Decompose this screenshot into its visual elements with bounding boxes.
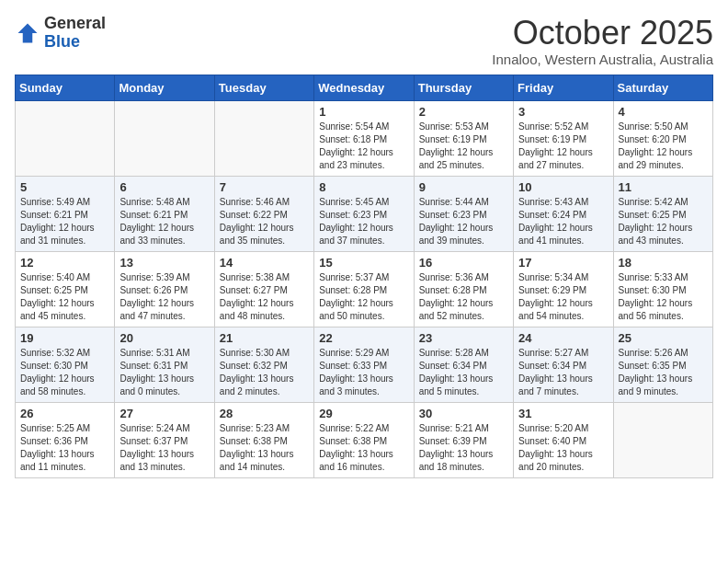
day-cell: 15Sunrise: 5:37 AM Sunset: 6:28 PM Dayli… [314,251,414,327]
calendar-title: October 2025 [492,15,713,52]
day-number: 4 [619,105,708,119]
day-info: Sunrise: 5:28 AM Sunset: 6:34 PM Dayligh… [419,347,508,398]
day-info: Sunrise: 5:49 AM Sunset: 6:21 PM Dayligh… [20,196,109,247]
svg-marker-0 [18,23,38,42]
day-info: Sunrise: 5:44 AM Sunset: 6:23 PM Dayligh… [419,196,508,247]
day-number: 24 [518,331,608,345]
day-number: 21 [220,331,309,345]
day-cell: 14Sunrise: 5:38 AM Sunset: 6:27 PM Dayli… [214,251,313,327]
day-cell: 1Sunrise: 5:54 AM Sunset: 6:18 PM Daylig… [314,100,414,176]
page-header: General Blue October 2025 Innaloo, Weste… [15,15,713,67]
week-row-3: 12Sunrise: 5:40 AM Sunset: 6:25 PM Dayli… [16,251,713,327]
day-number: 26 [20,407,109,420]
day-number: 2 [419,105,508,119]
day-info: Sunrise: 5:25 AM Sunset: 6:36 PM Dayligh… [20,422,109,474]
day-info: Sunrise: 5:54 AM Sunset: 6:18 PM Dayligh… [319,121,408,172]
day-cell: 19Sunrise: 5:32 AM Sunset: 6:30 PM Dayli… [16,327,115,402]
weekday-header-friday: Friday [514,75,613,100]
day-number: 13 [119,256,209,270]
day-info: Sunrise: 5:53 AM Sunset: 6:19 PM Dayligh… [419,121,508,172]
weekday-header-row: SundayMondayTuesdayWednesdayThursdayFrid… [16,75,713,100]
day-info: Sunrise: 5:38 AM Sunset: 6:27 PM Dayligh… [220,271,309,323]
day-cell [115,100,214,176]
day-number: 9 [419,180,508,194]
day-info: Sunrise: 5:50 AM Sunset: 6:20 PM Dayligh… [619,121,708,172]
day-number: 14 [220,256,309,270]
day-info: Sunrise: 5:24 AM Sunset: 6:37 PM Dayligh… [119,422,209,474]
day-info: Sunrise: 5:40 AM Sunset: 6:25 PM Dayligh… [20,271,109,323]
day-info: Sunrise: 5:45 AM Sunset: 6:23 PM Dayligh… [319,196,408,247]
day-number: 16 [419,256,508,270]
day-cell [214,100,313,176]
weekday-header-sunday: Sunday [16,75,115,100]
weekday-header-thursday: Thursday [414,75,513,100]
logo: General Blue [15,15,106,52]
day-cell: 13Sunrise: 5:39 AM Sunset: 6:26 PM Dayli… [115,251,214,327]
day-number: 7 [220,180,309,194]
day-number: 11 [619,180,708,194]
day-number: 15 [319,256,408,270]
day-info: Sunrise: 5:46 AM Sunset: 6:22 PM Dayligh… [220,196,309,247]
day-cell [16,100,115,176]
logo-blue: Blue [44,32,80,51]
logo-text: General Blue [44,15,106,52]
day-cell: 8Sunrise: 5:45 AM Sunset: 6:23 PM Daylig… [314,176,414,251]
day-cell: 18Sunrise: 5:33 AM Sunset: 6:30 PM Dayli… [613,251,712,327]
logo-icon [15,20,40,46]
day-cell: 25Sunrise: 5:26 AM Sunset: 6:35 PM Dayli… [613,327,712,402]
day-cell: 27Sunrise: 5:24 AM Sunset: 6:37 PM Dayli… [115,402,214,477]
day-info: Sunrise: 5:37 AM Sunset: 6:28 PM Dayligh… [319,271,408,323]
day-cell: 28Sunrise: 5:23 AM Sunset: 6:38 PM Dayli… [214,402,313,477]
day-info: Sunrise: 5:20 AM Sunset: 6:40 PM Dayligh… [518,422,608,474]
day-cell: 21Sunrise: 5:30 AM Sunset: 6:32 PM Dayli… [214,327,313,402]
day-info: Sunrise: 5:39 AM Sunset: 6:26 PM Dayligh… [119,271,209,323]
day-number: 30 [419,407,508,420]
day-number: 1 [319,105,408,119]
day-info: Sunrise: 5:36 AM Sunset: 6:28 PM Dayligh… [419,271,508,323]
day-info: Sunrise: 5:29 AM Sunset: 6:33 PM Dayligh… [319,347,408,398]
day-info: Sunrise: 5:21 AM Sunset: 6:39 PM Dayligh… [419,422,508,474]
calendar-table: SundayMondayTuesdayWednesdayThursdayFrid… [15,75,713,478]
day-info: Sunrise: 5:22 AM Sunset: 6:38 PM Dayligh… [319,422,408,474]
weekday-header-monday: Monday [115,75,214,100]
day-info: Sunrise: 5:27 AM Sunset: 6:34 PM Dayligh… [518,347,608,398]
day-cell: 4Sunrise: 5:50 AM Sunset: 6:20 PM Daylig… [613,100,712,176]
day-cell: 5Sunrise: 5:49 AM Sunset: 6:21 PM Daylig… [16,176,115,251]
day-info: Sunrise: 5:23 AM Sunset: 6:38 PM Dayligh… [220,422,309,474]
day-info: Sunrise: 5:42 AM Sunset: 6:25 PM Dayligh… [619,196,708,247]
day-info: Sunrise: 5:32 AM Sunset: 6:30 PM Dayligh… [20,347,109,398]
day-cell: 11Sunrise: 5:42 AM Sunset: 6:25 PM Dayli… [613,176,712,251]
day-cell: 3Sunrise: 5:52 AM Sunset: 6:19 PM Daylig… [514,100,613,176]
day-cell: 17Sunrise: 5:34 AM Sunset: 6:29 PM Dayli… [514,251,613,327]
day-number: 28 [220,407,309,420]
day-cell: 2Sunrise: 5:53 AM Sunset: 6:19 PM Daylig… [414,100,513,176]
day-info: Sunrise: 5:34 AM Sunset: 6:29 PM Dayligh… [518,271,608,323]
logo-general: General [44,14,106,32]
week-row-1: 1Sunrise: 5:54 AM Sunset: 6:18 PM Daylig… [16,100,713,176]
day-info: Sunrise: 5:30 AM Sunset: 6:32 PM Dayligh… [220,347,309,398]
day-number: 19 [20,331,109,345]
day-cell: 26Sunrise: 5:25 AM Sunset: 6:36 PM Dayli… [16,402,115,477]
day-cell: 6Sunrise: 5:48 AM Sunset: 6:21 PM Daylig… [115,176,214,251]
day-number: 29 [319,407,408,420]
day-cell: 20Sunrise: 5:31 AM Sunset: 6:31 PM Dayli… [115,327,214,402]
day-cell: 10Sunrise: 5:43 AM Sunset: 6:24 PM Dayli… [514,176,613,251]
day-number: 31 [518,407,608,420]
weekday-header-saturday: Saturday [613,75,712,100]
day-number: 18 [619,256,708,270]
day-number: 8 [319,180,408,194]
day-cell: 12Sunrise: 5:40 AM Sunset: 6:25 PM Dayli… [16,251,115,327]
week-row-2: 5Sunrise: 5:49 AM Sunset: 6:21 PM Daylig… [16,176,713,251]
calendar-subtitle: Innaloo, Western Australia, Australia [492,52,713,67]
day-cell: 23Sunrise: 5:28 AM Sunset: 6:34 PM Dayli… [414,327,513,402]
day-number: 17 [518,256,608,270]
day-number: 6 [119,180,209,194]
day-cell: 9Sunrise: 5:44 AM Sunset: 6:23 PM Daylig… [414,176,513,251]
day-info: Sunrise: 5:31 AM Sunset: 6:31 PM Dayligh… [119,347,209,398]
day-cell: 29Sunrise: 5:22 AM Sunset: 6:38 PM Dayli… [314,402,414,477]
week-row-5: 26Sunrise: 5:25 AM Sunset: 6:36 PM Dayli… [16,402,713,477]
day-number: 22 [319,331,408,345]
day-number: 12 [20,256,109,270]
day-number: 20 [119,331,209,345]
day-cell: 7Sunrise: 5:46 AM Sunset: 6:22 PM Daylig… [214,176,313,251]
